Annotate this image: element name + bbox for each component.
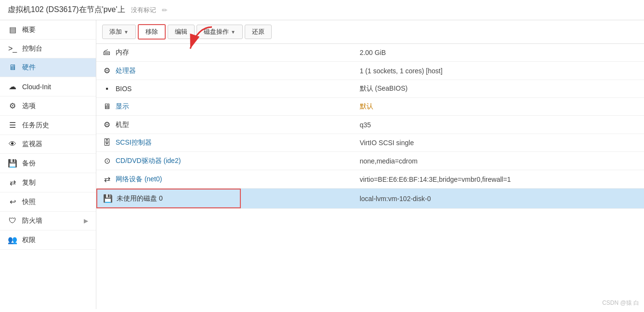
watermark: CSDN @猿 白: [602, 299, 639, 307]
sidebar-item-cloudinit[interactable]: ☁ Cloud-Init: [0, 77, 96, 96]
sidebar-item-monitor[interactable]: 👁 监视器: [0, 135, 96, 154]
page-title: 虚拟机102 (DS3617)在节点'pve'上 没有标记 ✏: [0, 0, 644, 20]
row-icon-bios: ▪: [102, 84, 112, 93]
row-icon-unuseddisk: 💾: [103, 194, 113, 203]
main-layout: ▤ 概要 >_ 控制台 🖥 硬件 ☁ Cloud-Init ⚙ 选项 ☰ 任务历…: [0, 20, 644, 309]
sidebar-icon-backup: 💾: [8, 159, 17, 168]
row-name-unuseddisk: 未使用的磁盘 0: [117, 194, 163, 203]
sidebar-label-hardware: 硬件: [22, 63, 36, 72]
table-row-scsi[interactable]: 🗄SCSI控制器VirtIO SCSI single: [96, 134, 644, 152]
row-icon-cpu: ⚙: [102, 66, 112, 75]
row-name-display[interactable]: 显示: [116, 102, 129, 111]
row-name-machine: 机型: [116, 121, 129, 129]
tag-label: 没有标记: [131, 6, 156, 14]
row-icon-cdrom: ⊙: [102, 156, 112, 165]
sidebar-label-console: 控制台: [22, 44, 42, 53]
sidebar-item-overview[interactable]: ▤ 概要: [0, 20, 96, 40]
edit-button[interactable]: 编辑: [168, 25, 195, 39]
row-icon-display: 🖥: [102, 102, 112, 111]
remove-button[interactable]: 移除: [138, 24, 166, 40]
sidebar-icon-taskhistory: ☰: [8, 121, 17, 130]
content-area: 添加 ▼ 移除 编辑 磁盘操作 ▼ 还原 🖮内存2.00 GiB⚙处理器1 (1…: [96, 20, 644, 309]
hardware-table: 🖮内存2.00 GiB⚙处理器1 (1 sockets, 1 cores) [h…: [96, 44, 644, 209]
sidebar-icon-snapshot: ↩: [8, 197, 17, 206]
sidebar-icon-monitor: 👁: [8, 140, 17, 149]
sidebar-label-cloudinit: Cloud-Init: [22, 83, 51, 91]
row-value-memory: 2.00 GiB: [354, 44, 644, 62]
sidebar-icon-replication: ⇄: [8, 178, 17, 187]
sidebar-label-monitor: 监视器: [22, 140, 42, 149]
row-name-memory: 内存: [116, 48, 129, 57]
sidebar-item-options[interactable]: ⚙ 选项: [0, 96, 96, 116]
row-name-cdrom[interactable]: CD/DVD驱动器 (ide2): [116, 157, 181, 165]
table-row-bios[interactable]: ▪BIOS默认 (SeaBIOS): [96, 80, 644, 98]
sidebar-icon-overview: ▤: [8, 25, 17, 34]
table-row-display[interactable]: 🖥显示默认: [96, 98, 644, 116]
table-row-memory[interactable]: 🖮内存2.00 GiB: [96, 44, 644, 62]
row-icon-machine: ⚙: [102, 120, 112, 129]
sidebar-item-console[interactable]: >_ 控制台: [0, 40, 96, 58]
page-title-text: 虚拟机102 (DS3617)在节点'pve'上: [8, 5, 125, 15]
row-name-scsi[interactable]: SCSI控制器: [116, 138, 152, 147]
sidebar-icon-hardware: 🖥: [8, 63, 17, 72]
row-value-scsi: VirtIO SCSI single: [354, 134, 644, 152]
sidebar-item-backup[interactable]: 💾 备份: [0, 154, 96, 173]
row-icon-network: ⇄: [102, 175, 112, 184]
sidebar-label-overview: 概要: [22, 26, 36, 34]
sidebar-label-options: 选项: [22, 102, 36, 110]
row-icon-memory: 🖮: [102, 48, 112, 57]
table-row-network[interactable]: ⇄网络设备 (net0)virtio=BE:E6:E6:BF:14:3E,bri…: [96, 170, 644, 189]
row-name-cpu[interactable]: 处理器: [116, 67, 136, 75]
row-icon-scsi: 🗄: [102, 138, 112, 147]
sidebar-arrow-firewall: ▶: [84, 217, 88, 224]
table-row-machine[interactable]: ⚙机型q35: [96, 116, 644, 134]
toolbar: 添加 ▼ 移除 编辑 磁盘操作 ▼ 还原: [96, 20, 644, 44]
row-value-cdrom: none,media=cdrom: [354, 152, 644, 170]
table-row-cdrom[interactable]: ⊙CD/DVD驱动器 (ide2)none,media=cdrom: [96, 152, 644, 170]
sidebar-label-snapshot: 快照: [22, 198, 36, 206]
row-value-unuseddisk: local-lvm:vm-102-disk-0: [354, 189, 644, 209]
sidebar-icon-options: ⚙: [8, 101, 17, 110]
sidebar-item-hardware[interactable]: 🖥 硬件: [0, 58, 96, 77]
diskops-button[interactable]: 磁盘操作 ▼: [197, 25, 243, 39]
sidebar-label-taskhistory: 任务历史: [22, 121, 49, 130]
edit-icon[interactable]: ✏: [162, 6, 168, 14]
sidebar-item-taskhistory[interactable]: ☰ 任务历史: [0, 116, 96, 135]
sidebar-label-other: 权限: [22, 236, 36, 244]
restore-button[interactable]: 还原: [245, 25, 272, 39]
add-dropdown-arrow: ▼: [124, 29, 129, 35]
sidebar-item-firewall[interactable]: 🛡 防火墙 ▶: [0, 212, 96, 231]
row-value-bios: 默认 (SeaBIOS): [354, 80, 644, 98]
row-value-display: 默认: [354, 98, 644, 116]
sidebar-label-replication: 复制: [22, 178, 36, 187]
row-name-bios: BIOS: [116, 85, 131, 93]
table-row-cpu[interactable]: ⚙处理器1 (1 sockets, 1 cores) [host]: [96, 62, 644, 80]
sidebar-icon-console: >_: [8, 44, 17, 53]
row-value-network: virtio=BE:E6:E6:BF:14:3E,bridge=vmbr0,fi…: [354, 170, 644, 189]
table-row-unuseddisk[interactable]: 💾未使用的磁盘 0local-lvm:vm-102-disk-0: [96, 189, 644, 209]
sidebar-icon-other: 👥: [8, 235, 17, 244]
sidebar: ▤ 概要 >_ 控制台 🖥 硬件 ☁ Cloud-Init ⚙ 选项 ☰ 任务历…: [0, 20, 96, 309]
sidebar-item-snapshot[interactable]: ↩ 快照: [0, 192, 96, 212]
sidebar-item-replication[interactable]: ⇄ 复制: [0, 173, 96, 192]
row-value-machine: q35: [354, 116, 644, 134]
sidebar-item-other[interactable]: 👥 权限: [0, 231, 96, 250]
diskops-dropdown-arrow: ▼: [231, 29, 236, 35]
sidebar-label-backup: 备份: [22, 159, 36, 168]
sidebar-label-firewall: 防火墙: [22, 217, 42, 225]
sidebar-icon-firewall: 🛡: [8, 217, 17, 225]
add-button[interactable]: 添加 ▼: [102, 25, 136, 39]
sidebar-icon-cloudinit: ☁: [8, 82, 17, 91]
row-value-cpu: 1 (1 sockets, 1 cores) [host]: [354, 62, 644, 80]
row-name-network[interactable]: 网络设备 (net0): [116, 175, 162, 184]
